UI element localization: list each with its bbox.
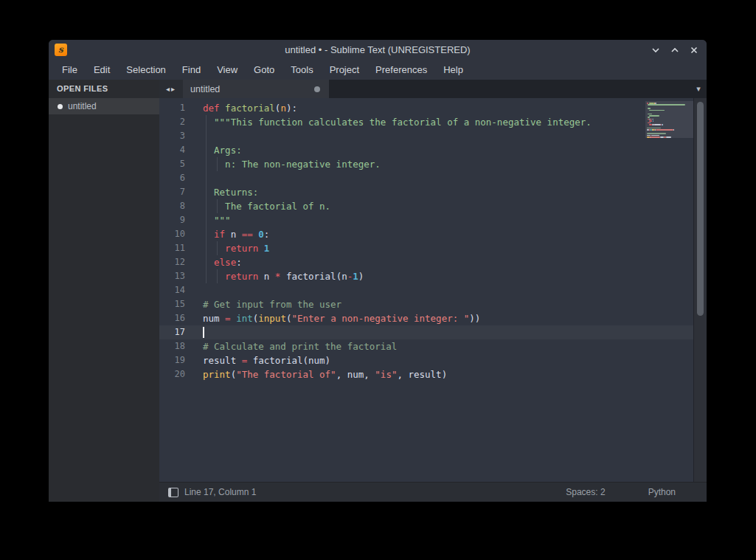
tab-overflow-button[interactable]: ▾ [690, 80, 707, 98]
menu-item-edit[interactable]: Edit [86, 60, 118, 80]
line-number: 3 [159, 129, 185, 143]
line-number: 20 [159, 367, 185, 381]
code-line[interactable]: 2 """This function calculates the factor… [159, 115, 694, 129]
vertical-scrollbar[interactable] [693, 98, 707, 482]
line-number: 1 [159, 101, 185, 115]
code-line[interactable]: 8 The factorial of n. [159, 199, 694, 213]
menu-item-selection[interactable]: Selection [118, 60, 173, 80]
line-number: 19 [159, 353, 185, 367]
code-line[interactable]: 11 return 1 [159, 241, 694, 255]
code-editor[interactable]: 1def factorial(n):2 """This function cal… [159, 98, 707, 482]
menu-item-help[interactable]: Help [435, 60, 471, 80]
indent-guide-icon [206, 129, 207, 143]
code-text: Args: [203, 143, 242, 157]
menu-item-view[interactable]: View [209, 60, 246, 80]
code-text: else: [203, 255, 242, 269]
code-line[interactable]: 12 else: [159, 255, 694, 269]
status-syntax[interactable]: Python [648, 487, 676, 497]
code-line[interactable]: 14 [159, 283, 694, 297]
tab-untitled[interactable]: untitled [183, 80, 329, 98]
close-button[interactable] [688, 44, 699, 55]
tab-scroll-buttons[interactable]: ◂▸ [159, 80, 183, 98]
code-text: print("The factorial of", num, "is", res… [203, 367, 447, 381]
tab-label: untitled [190, 84, 314, 94]
menu-item-tools[interactable]: Tools [282, 60, 321, 80]
modified-dot-icon [58, 104, 63, 109]
minimap-line [648, 104, 684, 106]
code-line[interactable]: 15# Get input from the user [159, 297, 694, 311]
line-number: 2 [159, 115, 185, 129]
minimap-line [649, 115, 659, 117]
tabbar: ◂▸ untitled ▾ [159, 80, 707, 98]
code-line[interactable]: 9 """ [159, 213, 694, 227]
line-number: 5 [159, 157, 185, 171]
line-number: 6 [159, 171, 185, 185]
tabbar-empty-space [329, 80, 690, 98]
code-line[interactable]: 19result = factorial(num) [159, 353, 694, 367]
minimap[interactable] [645, 101, 694, 479]
minimap-line [654, 124, 661, 125]
sublime-logo-icon: s [55, 44, 67, 56]
code-text: Returns: [203, 185, 258, 199]
code-line[interactable]: 5 n: The non-negative integer. [159, 157, 694, 171]
code-line[interactable]: 7 Returns: [159, 185, 694, 199]
code-line[interactable]: 3 [159, 129, 694, 143]
code-text: return n * factorial(n-1) [203, 269, 364, 283]
line-number: 14 [159, 283, 185, 297]
scrollbar-thumb[interactable] [697, 102, 704, 316]
desktop-background: s untitled • - Sublime Text (UNREGISTERE… [0, 0, 756, 560]
code-text: # Get input from the user [203, 297, 341, 311]
code-line[interactable]: 18# Calculate and print the factorial [159, 339, 694, 353]
menubar: FileEditSelectionFindViewGotoToolsProjec… [49, 60, 707, 80]
minimap-line [651, 135, 659, 136]
chevron-down-icon [651, 45, 661, 55]
menu-item-goto[interactable]: Goto [246, 60, 282, 80]
status-indentation[interactable]: Spaces: 2 [566, 487, 605, 497]
code-text: """This function calculates the factoria… [203, 115, 592, 129]
line-number: 7 [159, 185, 185, 199]
line-number: 18 [159, 339, 185, 353]
menu-item-file[interactable]: File [54, 60, 86, 80]
minimap-line [673, 129, 674, 131]
line-number: 13 [159, 269, 185, 283]
titlebar[interactable]: s untitled • - Sublime Text (UNREGISTERE… [49, 40, 707, 60]
tab-modified-dot-icon[interactable] [314, 86, 320, 92]
code-line[interactable]: 10 if n == 0: [159, 227, 694, 241]
status-position: Line 17, Column 1 [184, 487, 256, 497]
line-number: 8 [159, 199, 185, 213]
code-line[interactable]: 17 [159, 325, 694, 339]
minimap-line [647, 133, 666, 134]
chevron-up-icon [670, 45, 680, 55]
maximize-button[interactable] [669, 44, 680, 55]
code-line[interactable]: 16num = int(input("Enter a non-negative … [159, 311, 694, 325]
code-line[interactable]: 4 Args: [159, 143, 694, 157]
tab-scroll-left-icon[interactable]: ◂ [166, 85, 171, 93]
minimap-line [649, 120, 652, 122]
code-line[interactable]: 6 [159, 171, 694, 185]
status-panel-icon[interactable] [168, 488, 178, 497]
minimap-line [656, 129, 673, 131]
line-number: 9 [159, 213, 185, 227]
statusbar: Line 17, Column 1 Spaces: 2 Python [159, 482, 707, 502]
minimap-line [653, 120, 653, 122]
code-line[interactable]: 20print("The factorial of", num, "is", r… [159, 367, 694, 381]
code-text: num = int(input("Enter a non-negative in… [203, 311, 480, 325]
line-number: 4 [159, 143, 185, 157]
minimize-button[interactable] [650, 44, 661, 55]
menu-item-find[interactable]: Find [174, 60, 209, 80]
tab-scroll-right-icon[interactable]: ▸ [171, 85, 176, 93]
sidebar-item-untitled[interactable]: untitled [49, 98, 159, 114]
line-number: 17 [159, 325, 185, 339]
code-line[interactable]: 13 return n * factorial(n-1) [159, 269, 694, 283]
minimap-line [662, 124, 663, 125]
code-text: def factorial(n): [203, 101, 297, 115]
minimap-line [648, 114, 652, 115]
code-line[interactable]: 1def factorial(n): [159, 101, 694, 115]
menu-item-preferences[interactable]: Preferences [367, 60, 435, 80]
code-text: """ [203, 213, 231, 227]
code-text: n: The non-negative integer. [203, 157, 381, 171]
minimap-line [648, 108, 651, 109]
line-number: 16 [159, 311, 185, 325]
code-area[interactable]: 1def factorial(n):2 """This function cal… [159, 101, 694, 482]
menu-item-project[interactable]: Project [322, 60, 367, 80]
